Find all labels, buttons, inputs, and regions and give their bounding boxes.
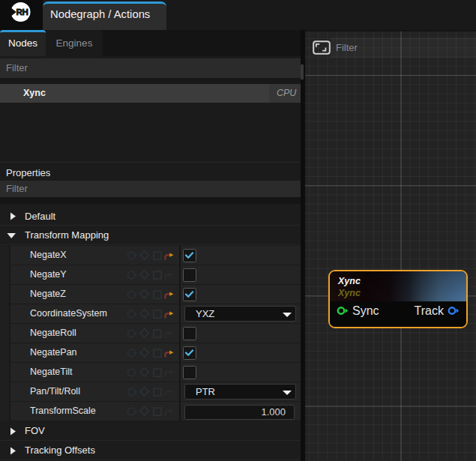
svg-text:RH: RH <box>16 7 28 16</box>
